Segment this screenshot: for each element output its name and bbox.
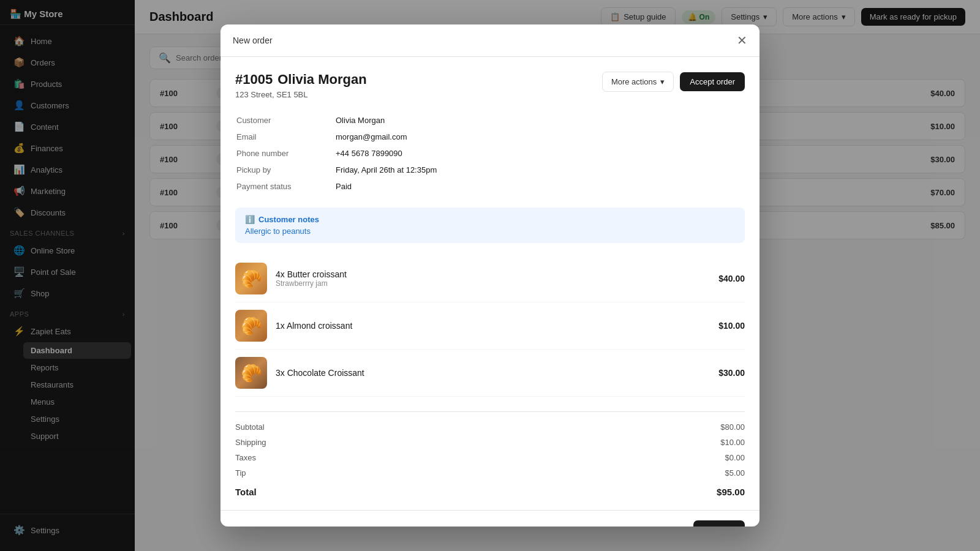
customer-value: Olivia Morgan xyxy=(336,113,744,128)
email-value: morgan@gmail.com xyxy=(336,129,744,144)
item-name-almond: 1x Almond croissant xyxy=(276,321,710,331)
item-price-chocolate: $30.00 xyxy=(718,368,745,378)
order-items-list: 🥐 4x Butter croissant Strawberrry jam $4… xyxy=(235,255,745,397)
shipping-value: $10.00 xyxy=(720,438,745,447)
item-details-chocolate: 3x Chocolate Croissant xyxy=(276,368,710,378)
modal-accept-order-button[interactable]: Accept order xyxy=(680,72,745,91)
item-image-chocolate: 🥐 xyxy=(235,357,267,389)
total-value: $95.00 xyxy=(717,487,745,497)
total-row-shipping: Shipping $10.00 xyxy=(235,435,745,450)
customer-notes-title: ℹ️ Customer notes xyxy=(245,215,735,224)
item-price-butter: $40.00 xyxy=(718,274,745,283)
order-totals: Subtotal $80.00 Shipping $10.00 Taxes $0… xyxy=(235,411,745,500)
tip-value: $5.00 xyxy=(725,468,745,478)
modal-footer: Close xyxy=(221,510,760,527)
list-item: 🥐 4x Butter croissant Strawberrry jam $4… xyxy=(235,255,745,302)
taxes-value: $0.00 xyxy=(725,453,745,462)
modal-title: New order xyxy=(233,36,273,45)
total-row-tip: Tip $5.00 xyxy=(235,465,745,481)
shipping-label: Shipping xyxy=(235,438,266,447)
modal-more-actions-button[interactable]: More actions ▾ xyxy=(602,72,674,92)
order-info-table: Customer Olivia Morgan Email morgan@gmai… xyxy=(235,111,745,195)
item-image-almond: 🥐 xyxy=(235,310,267,342)
order-number: #1005 xyxy=(235,72,273,88)
total-row-subtotal: Subtotal $80.00 xyxy=(235,419,745,435)
subtotal-label: Subtotal xyxy=(235,422,265,432)
list-item: 🥐 1x Almond croissant $10.00 xyxy=(235,302,745,350)
modal-header: New order ✕ xyxy=(221,24,760,57)
pickup-label: Pickup by xyxy=(236,162,334,178)
item-details-almond: 1x Almond croissant xyxy=(276,321,710,331)
item-image-butter: 🥐 xyxy=(235,263,267,294)
item-name-butter: 4x Butter croissant xyxy=(276,269,710,279)
info-icon: ℹ️ xyxy=(245,215,255,224)
item-price-almond: $10.00 xyxy=(718,321,745,331)
modal-order-title: #1005 Olivia Morgan xyxy=(235,72,367,88)
total-row-taxes: Taxes $0.00 xyxy=(235,450,745,465)
customer-notes-text: Allergic to peanuts xyxy=(245,227,735,236)
total-row-grand: Total $95.00 xyxy=(235,481,745,500)
chevron-down-icon-modal: ▾ xyxy=(660,77,665,86)
item-details-butter: 4x Butter croissant Strawberrry jam xyxy=(276,269,710,288)
customer-notes-section: ℹ️ Customer notes Allergic to peanuts xyxy=(235,208,745,243)
modal-body: #1005 Olivia Morgan 123 Street, SE1 5BL … xyxy=(221,57,760,510)
order-customer-name: Olivia Morgan xyxy=(277,72,366,88)
modal-close-button[interactable]: ✕ xyxy=(737,34,747,47)
payment-value: Paid xyxy=(336,179,744,194)
payment-label: Payment status xyxy=(236,179,334,194)
taxes-label: Taxes xyxy=(235,453,256,462)
item-name-chocolate: 3x Chocolate Croissant xyxy=(276,368,710,378)
email-label: Email xyxy=(236,129,334,144)
modal-overlay[interactable]: New order ✕ #1005 Olivia Morgan 123 Stre… xyxy=(0,0,980,551)
customer-label: Customer xyxy=(236,113,334,128)
subtotal-value: $80.00 xyxy=(720,422,745,432)
phone-value: +44 5678 7899090 xyxy=(336,146,744,161)
phone-label: Phone number xyxy=(236,146,334,161)
modal-order-address: 123 Street, SE1 5BL xyxy=(235,90,367,99)
item-sub-butter: Strawberrry jam xyxy=(276,279,710,288)
total-label: Total xyxy=(235,487,257,497)
tip-label: Tip xyxy=(235,468,246,478)
modal-close-footer-button[interactable]: Close xyxy=(693,520,745,527)
list-item: 🥐 3x Chocolate Croissant $30.00 xyxy=(235,350,745,397)
modal: New order ✕ #1005 Olivia Morgan 123 Stre… xyxy=(221,24,760,527)
pickup-value: Friday, April 26th at 12:35pm xyxy=(336,162,744,178)
